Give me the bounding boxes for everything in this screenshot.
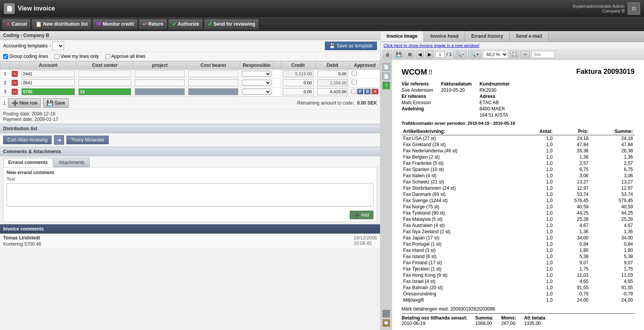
- invoice-cell: -0,79: [554, 291, 590, 297]
- sidebar-btn-2[interactable]: 📄: [382, 72, 390, 80]
- remove-row-button[interactable]: −: [12, 80, 18, 86]
- invoice-table-row: Fax Israel (4 st)1,04,654,65: [402, 278, 635, 285]
- cost-bearer-cell: [187, 79, 240, 87]
- arrow-button[interactable]: ➜: [54, 135, 64, 145]
- remove-row-button[interactable]: −: [12, 89, 18, 95]
- tab-invoice-head[interactable]: Invoice head: [424, 31, 465, 42]
- approved-checkbox[interactable]: [352, 71, 357, 76]
- debit-input[interactable]: [317, 70, 348, 77]
- account-input[interactable]: [21, 79, 75, 86]
- spacer-cell: [273, 87, 281, 96]
- show-invoice-link[interactable]: Click here to show invoice image in a ne…: [380, 42, 644, 49]
- project-cell: [133, 79, 187, 87]
- credit-input[interactable]: [283, 88, 314, 95]
- cost-bearer-input[interactable]: [188, 79, 238, 86]
- person-1-button[interactable]: Curt-Allan Arneving: [3, 136, 52, 144]
- zoom-in-button[interactable]: 🔍+: [468, 51, 481, 58]
- back-button[interactable]: ◀: [416, 51, 424, 58]
- invoice-cell: Miljöavgift: [402, 297, 521, 303]
- fullscreen-button[interactable]: ⛶: [510, 51, 519, 58]
- debit-input[interactable]: [317, 79, 348, 86]
- monitor-credit-button[interactable]: 👁 Monitor credit: [93, 19, 137, 29]
- person-2-button[interactable]: Thony Molander: [66, 136, 109, 144]
- invoice-table-row: Fax Japan (17 st)1,034,0034,00: [402, 235, 635, 241]
- window-control[interactable]: ⊡: [628, 2, 640, 15]
- invoice-cell: 576,45: [554, 197, 590, 204]
- forward-button[interactable]: ▶: [425, 51, 434, 58]
- comment-form: New errand comment Text ➕ Add: [3, 167, 377, 222]
- x-button[interactable]: ✕: [371, 89, 378, 94]
- invoice-cell: 1,80: [554, 247, 590, 253]
- account-input[interactable]: [21, 70, 75, 77]
- approve-all-lines-checkbox[interactable]: Approve all lines: [105, 54, 146, 59]
- comments-tabs: Errand comments Attachments: [0, 156, 380, 167]
- authorize-button[interactable]: ✔ Authorize: [168, 19, 203, 29]
- invoice-cell: Fax Bahrain (20 st): [402, 285, 521, 291]
- new-row-button[interactable]: ➕ New row: [8, 98, 41, 108]
- invoice-period: Trafikkostnader avser perioden: 2010-04-…: [402, 121, 635, 126]
- col-debit: Debit: [315, 61, 350, 70]
- group-coding-lines-checkbox[interactable]: Group coding lines: [3, 54, 48, 59]
- save-coding-button[interactable]: 💾 Save: [43, 98, 68, 108]
- distribution-persons: Curt-Allan Arneving ➜ Thony Molander: [0, 133, 380, 147]
- invoice-cell: Fax Danmark (69 st): [402, 191, 521, 197]
- return-button[interactable]: ↩ Return: [139, 19, 167, 29]
- invoice-table-row: Fax Danmark (69 st)1,053,7453,74: [402, 191, 635, 197]
- credit-input[interactable]: [283, 70, 314, 77]
- pb-button[interactable]: P: [357, 89, 364, 94]
- responsible-select[interactable]: [242, 89, 271, 95]
- responsible-select[interactable]: [242, 71, 271, 77]
- cost-bearer-input[interactable]: [188, 88, 238, 95]
- search-input[interactable]: [531, 51, 555, 58]
- invoice-cell: Fax Japan (17 st): [402, 235, 521, 241]
- project-input[interactable]: [135, 79, 185, 86]
- remove-row-button[interactable]: −: [12, 71, 18, 77]
- print-button[interactable]: 🖨: [383, 51, 392, 58]
- cost-bearer-input[interactable]: [188, 70, 238, 77]
- sidebar-btn-1[interactable]: 📄: [382, 63, 390, 71]
- cost-center-input[interactable]: [78, 88, 131, 95]
- cost-center-input[interactable]: [78, 79, 131, 86]
- view-my-lines-checkbox[interactable]: View my lines only: [54, 54, 99, 59]
- tab-errand-comments[interactable]: Errand comments: [3, 158, 53, 167]
- send-icon: ✔: [208, 21, 212, 27]
- tab-send-email[interactable]: Send e-mail: [510, 31, 549, 42]
- add-comment-button[interactable]: ➕ Add: [350, 211, 373, 219]
- project-input[interactable]: [135, 70, 185, 77]
- page-number-input[interactable]: [435, 51, 445, 58]
- zoom-select[interactable]: 60,3 % 50 % 75 % 100 %: [483, 51, 508, 58]
- cancel-button[interactable]: ✕ Cancel: [2, 19, 30, 29]
- accounting-templates-select[interactable]: [52, 42, 64, 50]
- sidebar-btn-attachment[interactable]: 📎: [382, 310, 390, 318]
- responsible-select[interactable]: [242, 80, 271, 86]
- invoice-cell: 1,0: [521, 241, 554, 247]
- new-distribution-button[interactable]: 📋 New distribution list: [32, 19, 91, 29]
- invoice-cell: Fax Schweiz (21 st): [402, 179, 521, 185]
- approved-checkbox[interactable]: [351, 89, 356, 94]
- project-input[interactable]: [135, 88, 185, 95]
- tab-errand-history[interactable]: Errand history: [465, 31, 510, 42]
- zoom-out-button[interactable]: 🔍−: [453, 51, 467, 58]
- invoice-cell: 1,0: [521, 278, 554, 285]
- sidebar-btn-green[interactable]: ?: [382, 82, 390, 89]
- b-button[interactable]: B: [364, 89, 371, 94]
- debit-input[interactable]: [317, 88, 348, 95]
- fit-button[interactable]: ⊞: [406, 51, 414, 58]
- account-input[interactable]: [21, 88, 75, 95]
- invoice-cell: 1,0: [521, 291, 554, 297]
- app-icon: 📄: [4, 3, 15, 14]
- tab-invoice-image[interactable]: Invoice image: [380, 31, 424, 42]
- cost-center-input[interactable]: [78, 70, 131, 77]
- fit-width-button[interactable]: ↔: [521, 51, 530, 58]
- approved-checkbox[interactable]: [352, 80, 357, 85]
- col-num: [0, 61, 10, 70]
- tab-attachments[interactable]: Attachments: [54, 158, 90, 167]
- sidebar-btn-comment[interactable]: 💬: [382, 319, 390, 327]
- send-reviewing-button[interactable]: ✔ Send for reviewing: [204, 19, 259, 29]
- invoice-table-row: Fax USA (27 st)1,024,1824,18: [402, 135, 635, 142]
- credit-input[interactable]: [283, 79, 314, 86]
- comment-textarea[interactable]: [7, 183, 373, 206]
- save-template-button[interactable]: 💾 Save as template: [325, 42, 377, 50]
- save-invoice-button[interactable]: 💾: [394, 51, 404, 58]
- invoice-cell: 1,36: [554, 154, 590, 160]
